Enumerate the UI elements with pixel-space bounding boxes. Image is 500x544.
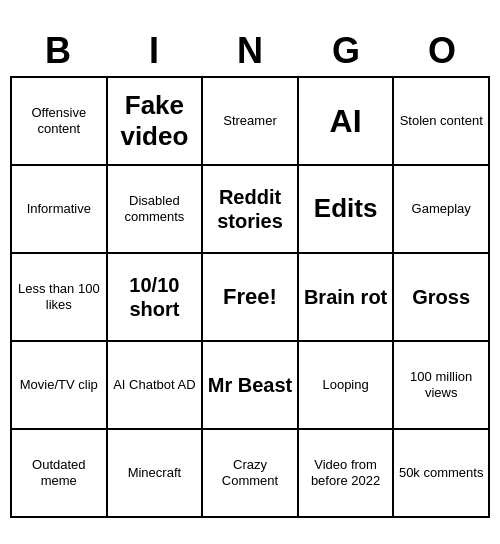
bingo-cell: AI — [299, 78, 395, 166]
cell-text: 50k comments — [399, 465, 484, 481]
bingo-cell: Free! — [203, 254, 299, 342]
bingo-cell: Disabled comments — [108, 166, 204, 254]
header-letter: N — [202, 26, 298, 76]
bingo-cell: Gross — [394, 254, 490, 342]
bingo-cell: Edits — [299, 166, 395, 254]
header-letter: I — [106, 26, 202, 76]
bingo-cell: Video from before 2022 — [299, 430, 395, 518]
bingo-cell: Fake video — [108, 78, 204, 166]
cell-text: Brain rot — [304, 285, 387, 309]
cell-text: Movie/TV clip — [20, 377, 98, 393]
cell-text: Minecraft — [128, 465, 181, 481]
bingo-cell: Outdated meme — [12, 430, 108, 518]
bingo-cell: Movie/TV clip — [12, 342, 108, 430]
cell-text: Gameplay — [412, 201, 471, 217]
bingo-cell: Reddit stories — [203, 166, 299, 254]
cell-text: Reddit stories — [207, 185, 293, 233]
cell-text: Informative — [27, 201, 91, 217]
cell-text: Outdated meme — [16, 457, 102, 488]
header-row: BINGO — [10, 26, 490, 76]
cell-text: Free! — [223, 284, 277, 310]
header-letter: B — [10, 26, 106, 76]
bingo-cell: AI Chatbot AD — [108, 342, 204, 430]
cell-text: Offensive content — [16, 105, 102, 136]
cell-text: Mr Beast — [208, 373, 292, 397]
bingo-cell: Informative — [12, 166, 108, 254]
cell-text: Less than 100 likes — [16, 281, 102, 312]
bingo-cell: Stolen content — [394, 78, 490, 166]
bingo-cell: Mr Beast — [203, 342, 299, 430]
bingo-cell: 50k comments — [394, 430, 490, 518]
bingo-cell: Brain rot — [299, 254, 395, 342]
bingo-cell: 10/10 short — [108, 254, 204, 342]
cell-text: Crazy Comment — [207, 457, 293, 488]
bingo-cell: Offensive content — [12, 78, 108, 166]
bingo-grid: Offensive contentFake videoStreamerAISto… — [10, 76, 490, 518]
cell-text: 100 million views — [398, 369, 484, 400]
bingo-cell: Crazy Comment — [203, 430, 299, 518]
cell-text: Fake video — [112, 90, 198, 152]
bingo-cell: Looping — [299, 342, 395, 430]
cell-text: Video from before 2022 — [303, 457, 389, 488]
cell-text: Streamer — [223, 113, 276, 129]
cell-text: Stolen content — [400, 113, 483, 129]
cell-text: Gross — [412, 285, 470, 309]
bingo-cell: Less than 100 likes — [12, 254, 108, 342]
cell-text: AI — [330, 102, 362, 140]
bingo-card: BINGO Offensive contentFake videoStreame… — [10, 26, 490, 518]
bingo-cell: Minecraft — [108, 430, 204, 518]
cell-text: Disabled comments — [112, 193, 198, 224]
cell-text: AI Chatbot AD — [113, 377, 195, 393]
bingo-cell: Gameplay — [394, 166, 490, 254]
cell-text: Edits — [314, 193, 378, 224]
bingo-cell: 100 million views — [394, 342, 490, 430]
bingo-cell: Streamer — [203, 78, 299, 166]
header-letter: G — [298, 26, 394, 76]
cell-text: Looping — [322, 377, 368, 393]
header-letter: O — [394, 26, 490, 76]
cell-text: 10/10 short — [112, 273, 198, 321]
